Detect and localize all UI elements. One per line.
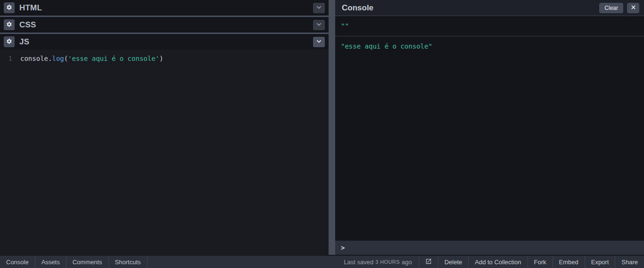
fork-button[interactable]: Fork (528, 256, 553, 268)
gear-icon (6, 4, 12, 12)
console-title: Console (342, 3, 373, 13)
js-settings-button[interactable] (4, 36, 15, 47)
html-panel-header[interactable]: HTML (0, 0, 329, 16)
js-panel-title: JS (19, 37, 29, 47)
code-token-object: console (20, 55, 48, 62)
chevron-down-icon (316, 21, 322, 29)
close-icon (631, 4, 636, 11)
delete-button[interactable]: Delete (438, 256, 469, 268)
add-to-collection-button[interactable]: Add to Collection (468, 256, 527, 268)
gear-icon (6, 21, 12, 29)
console-prompt-row[interactable]: > (335, 241, 644, 255)
footer-tab-comments[interactable]: Comments (66, 256, 109, 268)
console-command-input[interactable] (348, 244, 638, 251)
console-log-entry: "esse aqui é o console" (335, 36, 644, 56)
code-token-method: log (52, 55, 64, 62)
panel-resizer[interactable] (329, 0, 335, 255)
console-panel: Console Clear "" "esse aqui é o console"… (335, 0, 644, 255)
export-button[interactable]: Export (585, 256, 615, 268)
code-line: 1 console.log('esse aqui é o console') (0, 54, 329, 63)
footer-bar: Console Assets Comments Shortcuts Last s… (0, 255, 644, 268)
console-header: Console Clear (335, 0, 644, 16)
css-settings-button[interactable] (4, 19, 15, 30)
css-panel-title: CSS (19, 20, 36, 30)
code-text: console.log('esse aqui é o console') (20, 54, 164, 63)
console-output: "" "esse aqui é o console" (335, 16, 644, 241)
console-close-button[interactable] (627, 3, 639, 13)
open-live-view-button[interactable] (419, 256, 438, 268)
chevron-down-icon (316, 4, 322, 12)
codepen-editor: HTML CSS JS (0, 0, 644, 268)
js-code-editor[interactable]: 1 console.log('esse aqui é o console') (0, 50, 329, 255)
code-token-paren: ) (159, 55, 163, 62)
chevron-down-icon (316, 38, 322, 46)
html-panel-title: HTML (19, 3, 42, 13)
code-token-string: 'esse aqui é o console' (68, 55, 159, 62)
js-collapse-button[interactable] (313, 37, 325, 47)
last-saved-status: Last saved 3 hours ago (337, 256, 418, 268)
console-log-entry: "" (335, 16, 644, 36)
console-prompt-caret: > (341, 244, 345, 251)
editors-column: HTML CSS JS (0, 0, 329, 255)
code-token-paren: ( (64, 55, 68, 62)
gear-icon (6, 38, 12, 46)
share-button[interactable]: Share (615, 256, 644, 268)
html-collapse-button[interactable] (313, 3, 325, 13)
open-in-new-icon (425, 258, 432, 266)
footer-spacer (148, 256, 338, 268)
js-panel-header[interactable]: JS (0, 34, 329, 50)
line-number: 1 (0, 54, 12, 63)
html-settings-button[interactable] (4, 2, 15, 13)
last-saved-prefix: Last saved (344, 259, 373, 266)
last-saved-suffix: ago (402, 259, 412, 266)
last-saved-time: 3 hours (375, 259, 400, 265)
embed-button[interactable]: Embed (553, 256, 585, 268)
console-clear-button[interactable]: Clear (599, 3, 623, 13)
footer-tab-assets[interactable]: Assets (35, 256, 66, 268)
main-area: HTML CSS JS (0, 0, 644, 255)
footer-tab-shortcuts[interactable]: Shortcuts (109, 256, 148, 268)
footer-tab-console[interactable]: Console (0, 256, 35, 268)
css-panel-header[interactable]: CSS (0, 17, 329, 33)
css-collapse-button[interactable] (313, 20, 325, 30)
